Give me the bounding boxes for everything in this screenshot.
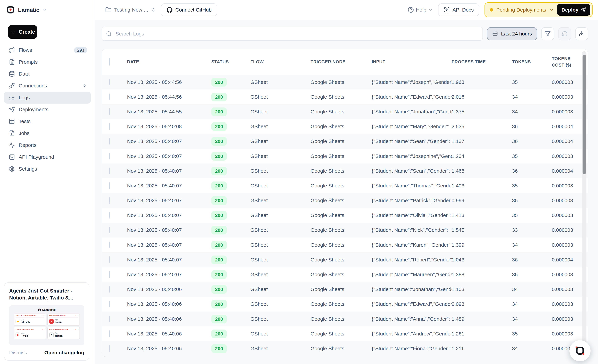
log-row[interactable]: Nov 13, 2025 - 05:44:56200GSheetGoogle S… bbox=[102, 75, 588, 89]
log-row[interactable]: Nov 13, 2025 - 05:40:08200GSheetGoogle S… bbox=[102, 119, 588, 134]
row-checkbox[interactable] bbox=[109, 271, 110, 278]
sidebar-item-api-playground[interactable]: API Playground bbox=[4, 151, 91, 163]
column-header-process-time: PROCESS TIME bbox=[452, 59, 512, 65]
promo-image: Lamatic.ai AIRTABLE INTEGRATION▸ –◆AppAi… bbox=[9, 305, 84, 345]
table-scrollbar-thumb[interactable] bbox=[582, 55, 586, 174]
send-icon bbox=[581, 7, 586, 12]
create-label: Create bbox=[19, 29, 35, 35]
log-row[interactable]: Nov 13, 2025 - 05:44:56200GSheetGoogle S… bbox=[102, 89, 588, 104]
assistant-widget-button[interactable] bbox=[569, 340, 590, 361]
log-input: {"Student Name":"Jonathan","Gender": bbox=[372, 286, 452, 292]
prompts-icon bbox=[9, 59, 15, 65]
log-row[interactable]: Nov 13, 2025 - 05:40:07200GSheetGoogle S… bbox=[102, 178, 588, 193]
project-selector[interactable]: Testing-New-... bbox=[105, 7, 156, 13]
table-scrollbar-track[interactable] bbox=[582, 51, 586, 355]
log-row[interactable]: Nov 13, 2025 - 05:40:07200GSheetGoogle S… bbox=[102, 193, 588, 208]
row-checkbox[interactable] bbox=[109, 345, 110, 352]
help-menu[interactable]: Help bbox=[408, 7, 433, 13]
sidebar-item-deployments[interactable]: Deployments bbox=[4, 104, 91, 115]
log-trigger-node: Google Sheets bbox=[311, 272, 372, 277]
log-tokens: 35 bbox=[512, 198, 552, 203]
connect-github-label: Connect GitHub bbox=[175, 7, 212, 13]
row-checkbox[interactable] bbox=[109, 301, 110, 307]
log-row[interactable]: Nov 13, 2025 - 05:40:07200GSheetGoogle S… bbox=[102, 223, 588, 237]
row-checkbox-cell bbox=[102, 138, 127, 144]
promo-app-header: NOTION INTEGRATION▸ – bbox=[49, 328, 78, 331]
sidebar-item-label: Prompts bbox=[19, 59, 38, 65]
time-range-button[interactable]: Last 24 hours bbox=[487, 27, 537, 40]
row-checkbox[interactable] bbox=[109, 212, 110, 218]
filter-button[interactable] bbox=[541, 27, 554, 40]
row-checkbox[interactable] bbox=[109, 123, 110, 130]
log-date: Nov 13, 2025 - 05:40:07 bbox=[127, 198, 211, 203]
log-row[interactable]: Nov 13, 2025 - 05:44:55200GSheetGoogle S… bbox=[102, 104, 588, 119]
search-input[interactable] bbox=[115, 31, 478, 37]
download-button[interactable] bbox=[575, 27, 588, 40]
log-tokens: 36 bbox=[512, 124, 552, 129]
sidebar-item-logs[interactable]: Logs bbox=[4, 92, 91, 104]
row-checkbox[interactable] bbox=[109, 197, 110, 204]
deploy-button[interactable]: Deploy bbox=[557, 4, 590, 16]
header-main: Testing-New-... Connect GitHub Help API … bbox=[95, 0, 598, 20]
row-checkbox[interactable] bbox=[109, 153, 110, 159]
status-badge: 200 bbox=[211, 93, 227, 101]
row-checkbox[interactable] bbox=[109, 79, 110, 85]
row-checkbox-cell bbox=[102, 79, 127, 85]
refresh-button[interactable] bbox=[558, 27, 571, 40]
log-row[interactable]: Nov 13, 2025 - 05:40:06200GSheetGoogle S… bbox=[102, 326, 588, 341]
log-row[interactable]: Nov 13, 2025 - 05:40:07200GSheetGoogle S… bbox=[102, 208, 588, 223]
row-checkbox[interactable] bbox=[109, 315, 110, 322]
row-checkbox[interactable] bbox=[109, 242, 110, 248]
log-tokens: 35 bbox=[512, 183, 552, 189]
play-icon: ▸ – bbox=[42, 328, 44, 330]
column-header-date: DATE bbox=[127, 59, 211, 65]
log-row[interactable]: Nov 13, 2025 - 05:40:07200GSheetGoogle S… bbox=[102, 163, 588, 178]
sidebar-item-flows[interactable]: Flows293 bbox=[4, 44, 91, 56]
search-box[interactable] bbox=[102, 27, 483, 41]
log-row[interactable]: Nov 13, 2025 - 05:40:06200GSheetGoogle S… bbox=[102, 297, 588, 312]
log-flow: GSheet bbox=[250, 124, 311, 129]
sidebar-item-reports[interactable]: Reports bbox=[4, 139, 91, 151]
dismiss-button[interactable]: Dismiss bbox=[9, 350, 27, 356]
connect-github-button[interactable]: Connect GitHub bbox=[161, 3, 217, 16]
log-row[interactable]: Nov 13, 2025 - 05:40:07200GSheetGoogle S… bbox=[102, 134, 588, 149]
status-cell: 200 bbox=[211, 257, 250, 263]
sidebar-item-prompts[interactable]: Prompts bbox=[4, 56, 91, 68]
row-checkbox-cell bbox=[102, 183, 127, 189]
row-checkbox[interactable] bbox=[109, 168, 110, 174]
sidebar-item-settings[interactable]: Settings bbox=[4, 163, 91, 175]
row-checkbox[interactable] bbox=[109, 227, 110, 233]
api-docs-button[interactable]: API Docs bbox=[438, 3, 479, 16]
workspace-switcher[interactable]: Lamatic bbox=[0, 0, 95, 20]
log-row[interactable]: Nov 13, 2025 - 05:40:06200GSheetGoogle S… bbox=[102, 341, 588, 356]
row-checkbox[interactable] bbox=[109, 108, 110, 115]
log-row[interactable]: Nov 13, 2025 - 05:40:06200GSheetGoogle S… bbox=[102, 312, 588, 326]
row-checkbox[interactable] bbox=[109, 94, 110, 100]
log-tokens: 34 bbox=[512, 94, 552, 100]
log-input: {"Student Name":"Josephine","Gender": bbox=[372, 153, 452, 159]
log-row[interactable]: Nov 13, 2025 - 05:40:07200GSheetGoogle S… bbox=[102, 267, 588, 282]
sidebar-item-connections[interactable]: Connections bbox=[4, 80, 91, 92]
sidebar-item-data[interactable]: Data bbox=[4, 68, 91, 80]
status-cell: 200 bbox=[211, 109, 250, 115]
row-checkbox[interactable] bbox=[109, 182, 110, 189]
sidebar-item-label: Flows bbox=[19, 47, 32, 53]
log-tokens: 35 bbox=[512, 331, 552, 337]
log-row[interactable]: Nov 13, 2025 - 05:40:06200GSheetGoogle S… bbox=[102, 282, 588, 297]
pending-deployments-pill[interactable]: Pending Deployments Deploy bbox=[484, 2, 593, 17]
log-row[interactable]: Nov 13, 2025 - 05:40:07200GSheetGoogle S… bbox=[102, 237, 588, 252]
status-cell: 200 bbox=[211, 183, 250, 189]
log-row[interactable]: Nov 13, 2025 - 05:40:07200GSheetGoogle S… bbox=[102, 149, 588, 163]
row-checkbox[interactable] bbox=[109, 138, 110, 145]
select-all-checkbox[interactable] bbox=[109, 58, 110, 65]
sidebar-item-jobs[interactable]: Jobs bbox=[4, 127, 91, 139]
open-changelog-button[interactable]: Open changelog bbox=[44, 350, 84, 356]
log-row[interactable]: Nov 13, 2025 - 05:40:07200GSheetGoogle S… bbox=[102, 252, 588, 267]
log-date: Nov 13, 2025 - 05:40:06 bbox=[127, 346, 211, 351]
create-button[interactable]: Create bbox=[8, 25, 37, 39]
sidebar-item-tests[interactable]: Tests bbox=[4, 115, 91, 127]
row-checkbox[interactable] bbox=[109, 286, 110, 292]
row-checkbox[interactable] bbox=[109, 256, 110, 263]
row-checkbox[interactable] bbox=[109, 330, 110, 337]
status-badge: 200 bbox=[211, 285, 227, 294]
